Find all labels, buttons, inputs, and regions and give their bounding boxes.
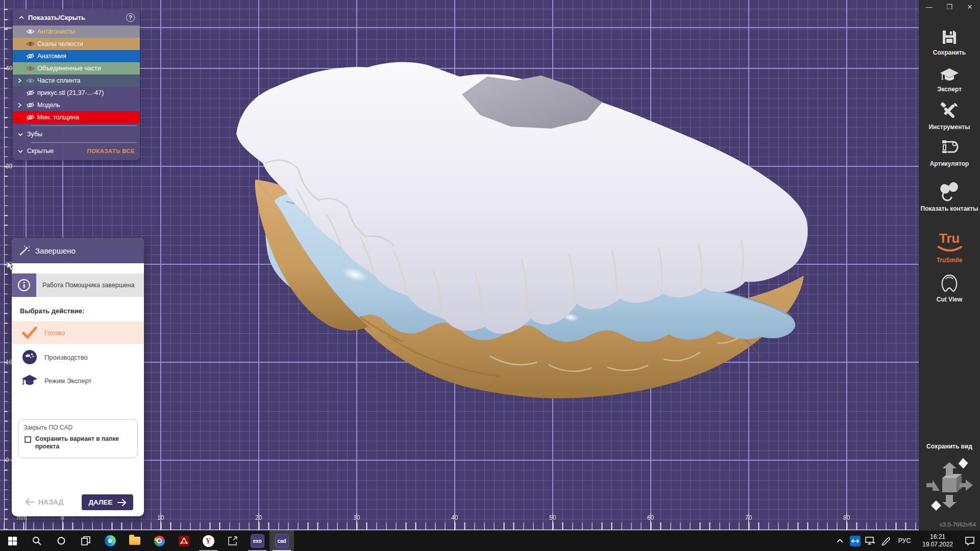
eye-visible-icon[interactable] [26,41,37,47]
yandex-browser-button[interactable]: Y [196,531,220,551]
sidebar-item-tools[interactable]: Инструменты [919,102,980,131]
sidebar-item-label: Эксперт [919,86,980,93]
info-icon [12,273,36,297]
sidebar-item-expert[interactable]: Эксперт [919,67,980,93]
sidebar-item-label: Сохранить [919,49,980,57]
exocad-dentaldb-button[interactable]: exo [245,531,270,551]
sidebar-item-show-contacts[interactable]: Показать контакты [919,180,980,213]
arrow-left-icon [25,498,34,506]
save-variant-checkbox[interactable] [24,436,31,443]
layer-row-anatomy[interactable]: Анатомия [13,50,140,62]
edge-browser-button[interactable] [98,531,122,551]
ruler-bottom-label: 50 [549,514,556,521]
file-explorer-button[interactable] [122,531,147,551]
restore-button[interactable]: ❐ [944,3,955,11]
layer-row-jaw-scans[interactable]: Сканы челюсти [13,38,140,50]
group-teeth[interactable]: Зубы [13,128,140,140]
layer-row-antagonists[interactable]: Антагонисты [13,26,140,38]
help-icon[interactable]: ? [126,13,135,22]
layer-row-merged-parts[interactable]: Объединенные части [13,62,140,74]
graduation-cap-icon [21,373,38,388]
option-done[interactable]: Готово [12,321,144,344]
next-button-label: ДАЛЕЕ [88,498,112,506]
option-production[interactable]: Производство [12,346,144,368]
panel-title: Показать/Скрыть [28,14,126,21]
layer-label: Анатомия [37,53,140,60]
group-hidden[interactable]: Скрытые ПОКАЗАТЬ ВСЕ [13,145,140,157]
eye-partial-icon[interactable] [26,78,37,84]
layer-label: Сканы челюсти [37,40,140,47]
pen-tray-button[interactable] [878,531,893,551]
tools-icon [919,102,980,120]
taskbar-search-button[interactable] [24,531,49,551]
group-label: Зубы [27,131,135,138]
production-icon [21,349,38,365]
network-tray-button[interactable] [863,531,878,551]
tooth-cut-icon [919,272,980,293]
back-button[interactable]: НАЗАД [25,498,64,506]
eye-hidden-icon[interactable] [26,102,37,108]
wizard-banner-text: Работа Помощника завершена [36,273,144,297]
expand-chevron-icon[interactable] [18,103,26,108]
ruler-bottom-label: 30 [353,514,360,521]
eye-visible-icon[interactable] [26,29,37,35]
wizard-header: Завершено [12,238,144,263]
check-icon [21,327,38,339]
back-button-label: НАЗАД [38,498,64,506]
layer-row-model[interactable]: Модель [13,99,140,111]
snipping-tool-button[interactable] [220,531,245,551]
yandex-icon: Y [203,535,214,547]
view-cube-icon[interactable] [925,455,974,514]
taskbar: Y exo cad [0,531,980,551]
layer-row-bite-stl[interactable]: прикус.stl (21,37-...-47) [13,87,140,99]
eye-hidden-icon[interactable] [26,53,37,59]
sidebar-item-label: Артикулятор [919,160,980,168]
edge-icon [105,535,116,546]
show-all-button[interactable]: ПОКАЗАТЬ ВСЕ [87,148,135,154]
sidebar-item-trusmile[interactable]: Tru TruSmile [919,231,980,264]
chrome-button[interactable] [147,531,172,551]
sidebar-item-articulator[interactable]: Артикулятор [919,139,980,168]
expand-chevron-icon[interactable] [18,78,26,83]
cortana-button[interactable] [49,531,74,551]
action-center-button[interactable] [960,536,980,545]
exocad-dentalcad-button[interactable]: cad [270,531,294,551]
tray-expand-button[interactable] [832,531,847,551]
next-button[interactable]: ДАЛЕЕ [82,494,133,510]
mouse-cursor [6,261,14,271]
search-icon [32,536,41,545]
teamviewer-icon [850,536,861,546]
save-variant-label: Сохранить вариант в папке проекта [35,435,132,450]
ruler-bottom-label: 10 [157,514,164,521]
teamviewer-tray-button[interactable] [847,531,863,551]
teeth-contacts-icon [919,180,980,202]
cortana-icon [57,537,65,545]
show-hide-header[interactable]: Показать/Скрыть ? [13,9,140,26]
eye-hidden-icon[interactable] [26,114,37,120]
acrobat-button[interactable] [172,531,196,551]
option-label: Производство [44,354,88,361]
clock[interactable]: 16:21 19.07.2022 [916,533,960,548]
ruler-left-label: 0 [6,457,9,464]
eye-hidden-icon[interactable] [26,90,37,96]
ruler-left-label: 40 [6,65,12,72]
close-button[interactable]: ✕ [964,3,975,11]
task-view-icon [81,536,90,545]
sidebar-item-label: TruSmile [919,257,980,264]
option-expert-mode[interactable]: Режим Эксперт [12,369,144,392]
layer-row-min-thickness[interactable]: Мин. толщина [13,111,140,123]
sidebar-item-cut-view[interactable]: Cut View [919,272,980,304]
layer-label: Мин. толщина [37,114,140,121]
minimize-button[interactable]: — [923,3,935,11]
layer-label: Части сплинта [37,77,140,84]
layer-row-splint-parts[interactable]: Части сплинта [13,74,140,87]
magic-wand-icon [19,245,30,256]
folder-icon [129,537,140,545]
floppy-disk-icon [919,29,980,46]
task-view-button[interactable] [74,531,98,551]
eye-visible-icon[interactable] [26,65,37,71]
start-button[interactable] [0,531,24,551]
network-monitor-icon [865,537,875,545]
sidebar-item-save[interactable]: Сохранить [919,29,980,57]
language-indicator[interactable]: РУС [893,537,916,544]
